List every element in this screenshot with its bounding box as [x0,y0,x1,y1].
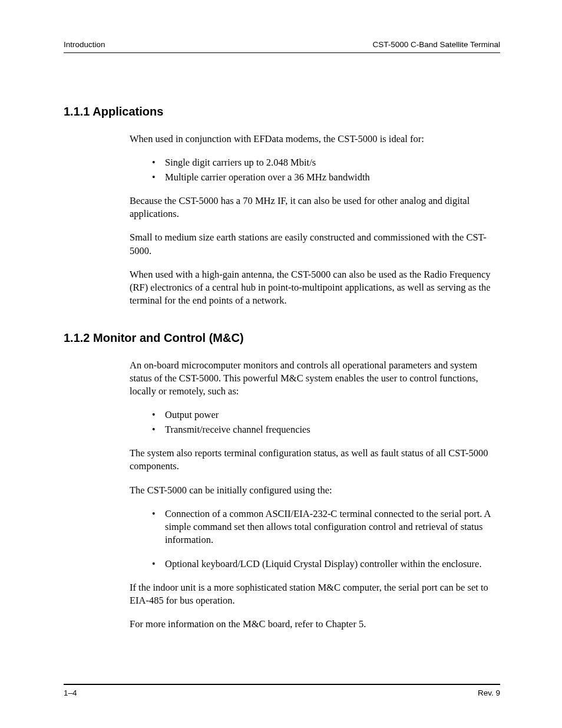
section: 1.1.1 ApplicationsWhen used in conjuncti… [64,105,500,308]
header-right: CST-5000 C-Band Satellite Terminal [372,40,500,49]
page-content: 1.1.1 ApplicationsWhen used in conjuncti… [64,105,500,631]
paragraph: When used in conjunction with EFData mod… [130,133,500,146]
footer-revision: Rev. 9 [478,689,500,697]
footer-page-number: 1–4 [64,689,77,697]
bullet-list: Output powerTransmit/receive channel fre… [152,409,500,436]
bullet-list: Single digit carriers up to 2.048 Mbit/s… [152,156,500,184]
paragraph: When used with a high-gain antenna, the … [130,268,500,308]
bullet-item: Multiple carrier operation over a 36 MHz… [152,171,500,184]
bullet-item: Single digit carriers up to 2.048 Mbit/s [152,156,500,169]
section: 1.1.2 Monitor and Control (M&C)An on-boa… [64,331,500,631]
page-header: Introduction CST-5000 C-Band Satellite T… [64,40,500,53]
section-heading: 1.1.1 Applications [64,105,500,118]
bullet-list: Connection of a common ASCII/EIA-232-C t… [152,508,500,571]
paragraph: An on-board microcomputer monitors and c… [130,359,500,398]
bullet-item: Output power [152,409,500,421]
bullet-item: Connection of a common ASCII/EIA-232-C t… [152,508,500,547]
paragraph: If the indoor unit is a more sophisticat… [130,581,500,608]
section-heading: 1.1.2 Monitor and Control (M&C) [64,331,500,345]
paragraph: For more information on the M&C board, r… [130,618,500,631]
section-body: An on-board microcomputer monitors and c… [130,359,500,631]
paragraph: The system also reports terminal configu… [130,447,500,473]
section-body: When used in conjunction with EFData mod… [130,133,500,308]
bullet-item: Optional keyboard/LCD (Liquid Crystal Di… [152,558,500,571]
bullet-item: Transmit/receive channel frequencies [152,423,500,436]
page-footer: 1–4 Rev. 9 [64,684,500,697]
header-left: Introduction [64,40,105,49]
paragraph: The CST-5000 can be initially configured… [130,484,500,497]
paragraph: Because the CST-5000 has a 70 MHz IF, it… [130,195,500,221]
paragraph: Small to medium size earth stations are … [130,231,500,258]
